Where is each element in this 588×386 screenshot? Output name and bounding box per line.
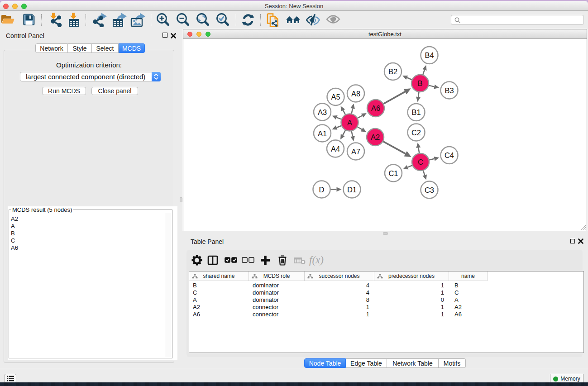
svg-text:B3: B3 [445,86,454,95]
svg-text:D1: D1 [347,186,357,194]
svg-text:B2: B2 [388,67,397,76]
svg-text:D: D [319,186,325,194]
svg-text:C1: C1 [388,169,398,177]
svg-text:B1: B1 [411,108,421,116]
svg-text:A3: A3 [318,108,327,116]
svg-text:A1: A1 [318,129,327,138]
svg-text:A6: A6 [371,104,380,112]
svg-text:A4: A4 [331,145,340,153]
svg-text:A7: A7 [351,148,360,156]
svg-text:A2: A2 [371,133,380,141]
svg-text:C2: C2 [411,129,421,137]
svg-text:C3: C3 [425,186,434,194]
svg-text:A5: A5 [331,93,340,101]
svg-text:C: C [418,158,423,166]
svg-text:C4: C4 [445,151,454,159]
svg-text:A: A [347,119,352,127]
svg-text:B4: B4 [425,51,434,59]
svg-text:B: B [417,79,422,87]
svg-text:A8: A8 [351,90,360,98]
